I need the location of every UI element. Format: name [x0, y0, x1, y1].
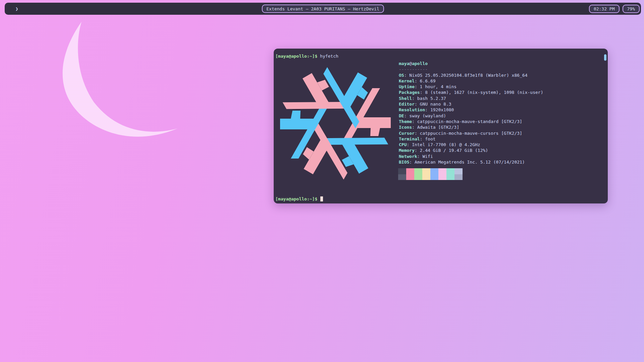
fetch-entry-label: Icons: [399, 125, 412, 130]
fetch-entry-value: : GNU nano 8.3: [415, 102, 451, 107]
media-window-title: Extends Levant – 2A03 PURITANS – HertzDe…: [262, 5, 384, 13]
fetch-entry-memory: Memory: 2.44 GiB / 19.47 GiB (12%): [399, 147, 543, 153]
fetch-entry-packages: Packages: 8 (steam), 1627 (nix-system), …: [399, 89, 543, 95]
fetch-entry-label: Resolution: [399, 107, 425, 112]
fetch-entry-icons: Icons: Adwaita [GTK2/3]: [399, 124, 543, 130]
fetch-entry-value: : foot: [420, 136, 436, 141]
fetch-entry-value: : American Megatrends Inc. 5.12 (07/14/2…: [409, 160, 525, 165]
palette-cell: [438, 174, 446, 180]
shell-prompt-bottom: [maya@apollo:~]$: [275, 196, 320, 201]
fetch-entry-theme: Theme: catppuccin-mocha-mauve-standard […: [399, 119, 543, 124]
text-cursor: [320, 196, 323, 201]
palette-row: [398, 174, 463, 180]
fetch-entry-value: : 644x362: [425, 107, 454, 112]
fetch-entry-cpu: CPU: Intel i7-7700 (8) @ 4.2GHz: [399, 142, 543, 147]
fetch-user: maya: [399, 61, 409, 66]
fetch-host: apollo: [412, 61, 428, 66]
fetch-entry-label: DE: [399, 113, 404, 118]
palette-cell: [438, 168, 446, 174]
nixos-logo-arm: [283, 102, 350, 109]
terminal-color-palette: [398, 168, 463, 180]
palette-cell: [414, 174, 422, 180]
fetch-entry-de: DE: sway (wayland): [399, 113, 543, 119]
fetch-entry-label: Memory: [399, 148, 415, 153]
fetch-entry-label: Network: [399, 154, 417, 159]
battery-module[interactable]: 79%: [623, 5, 640, 13]
palette-cell: [406, 174, 414, 180]
fetch-entry-kernel: Kernel: 6.6.69: [399, 78, 543, 84]
palette-cell: [454, 174, 463, 180]
shell-prompt: [maya@apollo:~]$: [275, 54, 317, 59]
fetch-entry-value: : Wifi: [417, 154, 433, 159]
fetch-entry-terminal: Terminal: foot: [399, 136, 543, 142]
palette-cell: [422, 168, 430, 174]
palette-cell: [446, 168, 454, 174]
nixos-logo-arm: [321, 138, 388, 145]
fetch-entry-shell: Shell: bash 5.2.37: [399, 96, 543, 101]
fetch-entry-label: Shell: [399, 96, 412, 101]
fetch-entry-value: : 2.44 GiB / 19.47 GiB (12%): [415, 148, 488, 153]
fetch-at-sign: @: [409, 61, 412, 66]
scrollbar-indicator[interactable]: [604, 54, 606, 61]
expand-chevron-icon[interactable]: ❯: [15, 6, 18, 11]
fetch-entry-value: : bash 5.2.37: [412, 96, 446, 101]
fetch-entry-label: CPU: [399, 142, 407, 147]
palette-cell: [430, 168, 438, 174]
nixos-logo-arm: [370, 128, 380, 136]
clock-module[interactable]: 02:32 PM: [589, 5, 620, 13]
fetch-entry-label: Theme: [399, 119, 412, 124]
bar-right-modules: 02:32 PM 79%: [589, 5, 641, 13]
fetch-entry-label: Cursor: [399, 131, 415, 136]
palette-cell: [446, 174, 454, 180]
terminal-content: [maya@apollo:~]$ hyfetch maya@apollo ---…: [274, 49, 608, 203]
palette-cell: [454, 168, 463, 174]
fetch-entry-value: : 1 hour, 4 mins: [415, 84, 457, 89]
nixos-logo-arm: [280, 119, 319, 129]
fetch-entry-value: : 8 (steam), 1627 (nix-system), 1098 (ni…: [420, 90, 543, 95]
fetch-user-host: maya@apollo: [399, 61, 543, 66]
nixos-logo-arm: [291, 111, 301, 119]
fetch-entry-value: : 6.6.69: [415, 78, 436, 83]
palette-cell: [398, 174, 406, 180]
command-line: [maya@apollo:~]$ hyfetch: [275, 53, 338, 59]
fetch-entry-value: : NixOS 25.05.20250104.8f3e1f8 (Warbler)…: [404, 73, 528, 78]
fetch-entry-editor: Editor: GNU nano 8.3: [399, 101, 543, 107]
fetch-entry-cursor: Cursor: catppuccin-mocha-mauve-cursors […: [399, 130, 543, 136]
palette-cell: [398, 168, 406, 174]
fetch-entry-label: Editor: [399, 102, 415, 107]
fetch-entry-label: Kernel: [399, 78, 415, 83]
palette-cell: [414, 168, 422, 174]
fetch-entry-label: Uptime: [399, 84, 415, 89]
fetch-entry-label: Packages: [399, 90, 420, 95]
fetch-entry-uptime: Uptime: 1 hour, 4 mins: [399, 84, 543, 89]
crescent-moon-graphic: [50, 17, 201, 158]
fetch-separator: -----------: [399, 66, 543, 72]
palette-cell: [422, 174, 430, 180]
fetch-entry-value: : sway (wayland): [404, 113, 446, 118]
fetch-entry-value: : catppuccin-mocha-mauve-standard [GTK2/…: [412, 119, 522, 124]
fetch-entry-label: OS: [399, 73, 404, 78]
fetch-entry-label: BIOS: [399, 160, 409, 165]
fetch-entry-os: OS: NixOS 25.05.20250104.8f3e1f8 (Warble…: [399, 72, 543, 78]
palette-row: [398, 168, 463, 174]
fetch-entry-value: : Adwaita [GTK2/3]: [412, 125, 459, 130]
fetch-info-block: maya@apollo ----------- OS: NixOS 25.05.…: [399, 61, 543, 165]
fetch-entry-resolution: Resolution: 644x362: [399, 107, 543, 113]
fetch-entry-bios: BIOS: American Megatrends Inc. 5.12 (07/…: [399, 159, 543, 165]
fetch-entry-value: : Intel i7-7700 (8) @ 4.2GHz: [407, 142, 480, 147]
fetch-entry-network: Network: Wifi: [399, 154, 543, 159]
terminal-window[interactable]: [maya@apollo:~]$ hyfetch maya@apollo ---…: [274, 49, 608, 203]
palette-cell: [430, 174, 438, 180]
current-prompt-line: [maya@apollo:~]$: [275, 196, 323, 202]
status-bar: ❯ Extends Levant – 2A03 PURITANS – Hertz…: [5, 3, 641, 15]
typed-command: hyfetch: [317, 54, 338, 59]
fetch-entry-value: : catppuccin-mocha-mauve-cursors [GTK2/3…: [415, 131, 522, 136]
fetch-entry-label: Terminal: [399, 136, 420, 141]
palette-cell: [406, 168, 414, 174]
